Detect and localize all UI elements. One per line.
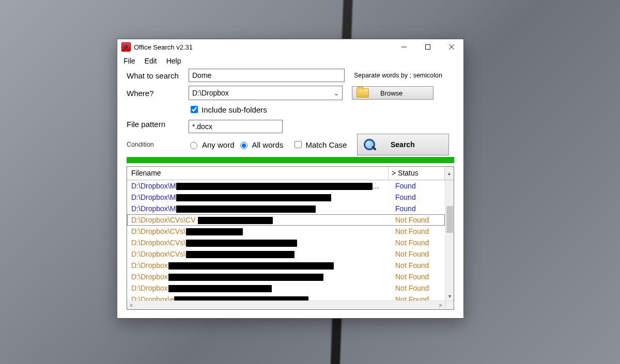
result-filename: D:\Dropbox\CVs\ <box>131 248 394 260</box>
result-filename: D:\Dropbox\CVs\CV <box>131 214 394 226</box>
scroll-right-button[interactable]: > <box>436 301 445 310</box>
result-status: Not Found <box>394 214 441 226</box>
search-text-input[interactable] <box>189 69 345 82</box>
where-value: D:\Dropbox <box>189 89 331 97</box>
result-row[interactable]: D:\Dropbox\MFound <box>127 203 445 214</box>
result-status: Found <box>394 192 441 203</box>
redacted-text <box>168 274 323 281</box>
column-status[interactable]: > Status <box>389 167 445 180</box>
result-status: Not Found <box>394 260 441 271</box>
browse-label: Browse <box>380 89 402 97</box>
scroll-corner <box>445 300 454 309</box>
result-filename: D:\Dropbox\CVs\ <box>131 226 394 237</box>
result-row[interactable]: D:\DropboxNot Found <box>127 260 445 271</box>
radio-all-words-label: All words <box>252 140 284 149</box>
result-status: Found <box>394 180 441 192</box>
menu-edit[interactable]: Edit <box>145 57 157 65</box>
redacted-text <box>186 251 295 258</box>
scroll-up-button[interactable]: ▲ <box>445 167 454 180</box>
file-pattern-input[interactable] <box>189 120 283 133</box>
results-panel: Filename > Status ▲ D:\Dropbox\M...Found… <box>127 166 454 310</box>
close-button[interactable] <box>440 39 463 55</box>
where-combobox[interactable]: D:\Dropbox ⌄ <box>189 86 343 100</box>
match-case-label: Match Case <box>305 140 347 149</box>
minimize-button[interactable] <box>392 39 416 55</box>
app-window: Office Search v2.31 File Edit Help What … <box>117 39 464 319</box>
progress-bar <box>127 157 454 163</box>
vertical-scrollbar[interactable]: ▼ <box>445 180 454 300</box>
redacted-text <box>176 183 373 190</box>
match-case-checkbox[interactable] <box>295 141 302 148</box>
result-row[interactable]: D:\DropboxNot Found <box>127 282 445 294</box>
search-icon <box>363 138 376 151</box>
results-header: Filename > Status ▲ <box>127 167 454 180</box>
result-status: Found <box>394 203 441 214</box>
label-pattern: File pattern <box>127 120 189 129</box>
folder-icon <box>357 88 369 98</box>
column-filename[interactable]: Filename <box>127 167 389 180</box>
result-row[interactable]: D:\Dropbox\M...Found <box>127 180 445 192</box>
redacted-text <box>174 296 308 300</box>
result-filename: D:\Dropbox\e <box>131 294 394 300</box>
redacted-text <box>176 205 316 213</box>
label-condition: Condition <box>127 141 162 148</box>
scroll-down-button[interactable]: ▼ <box>445 292 454 300</box>
include-subfolders-label: Include sub-folders <box>202 105 267 114</box>
result-row[interactable]: D:\Dropbox\CVs\CV Not Found <box>127 214 445 226</box>
hint-text: Separate words by ; semicolon <box>354 72 442 79</box>
result-status: Not Found <box>394 237 441 248</box>
app-icon <box>121 42 131 52</box>
result-row[interactable]: D:\Dropbox\MFound <box>127 192 445 203</box>
radio-any-word-label: Any word <box>202 140 235 149</box>
menu-file[interactable]: File <box>123 57 135 65</box>
result-filename: D:\Dropbox <box>131 282 394 294</box>
vertical-scroll-thumb[interactable] <box>446 206 453 233</box>
result-status: Not Found <box>394 271 441 282</box>
results-list[interactable]: D:\Dropbox\M...FoundD:\Dropbox\MFoundD:\… <box>127 180 445 300</box>
result-status: Not Found <box>394 282 441 294</box>
result-filename: D:\Dropbox <box>131 260 394 271</box>
desktop-background: Office Search v2.31 File Edit Help What … <box>0 0 620 364</box>
radio-all-words[interactable] <box>240 142 247 149</box>
result-row[interactable]: D:\Dropbox\CVs\Not Found <box>127 226 445 237</box>
chevron-down-icon: ⌄ <box>331 89 342 97</box>
result-filename: D:\Dropbox <box>131 271 394 282</box>
result-filename: D:\Dropbox\M <box>131 203 394 214</box>
radio-any-word[interactable] <box>190 142 197 149</box>
redacted-text <box>168 285 272 292</box>
browse-button[interactable]: Browse <box>352 86 433 100</box>
search-button[interactable]: Search <box>357 134 449 155</box>
result-row[interactable]: D:\Dropbox\CVs\Not Found <box>127 237 445 248</box>
redacted-text <box>186 228 243 235</box>
redacted-text <box>168 262 334 270</box>
redacted-text <box>186 240 297 247</box>
result-row[interactable]: D:\Dropbox\CVs\Not Found <box>127 248 445 260</box>
svg-rect-0 <box>426 45 430 50</box>
result-status: Not Found <box>394 226 441 237</box>
search-button-label: Search <box>391 140 415 149</box>
result-row[interactable]: D:\Dropbox\eNot Found <box>127 294 445 300</box>
titlebar[interactable]: Office Search v2.31 <box>117 39 463 55</box>
result-status: Not Found <box>394 248 441 260</box>
result-filename: D:\Dropbox\M... <box>131 180 394 192</box>
result-filename: D:\Dropbox\CVs\ <box>131 237 394 248</box>
redacted-text <box>176 194 331 201</box>
maximize-button[interactable] <box>416 39 440 55</box>
scroll-left-button[interactable]: < <box>127 301 136 310</box>
redacted-text <box>198 217 273 224</box>
menu-bar: File Edit Help <box>117 55 463 68</box>
search-form: What to search Separate words by ; semic… <box>117 68 463 155</box>
horizontal-scrollbar[interactable]: < > <box>127 300 445 309</box>
window-title: Office Search v2.31 <box>134 43 392 51</box>
result-filename: D:\Dropbox\M <box>131 192 394 203</box>
label-where: Where? <box>127 89 189 98</box>
label-what: What to search <box>127 71 189 80</box>
menu-help[interactable]: Help <box>166 57 181 65</box>
result-row[interactable]: D:\DropboxNot Found <box>127 271 445 282</box>
include-subfolders-checkbox[interactable] <box>191 106 198 113</box>
result-status: Not Found <box>394 294 441 300</box>
